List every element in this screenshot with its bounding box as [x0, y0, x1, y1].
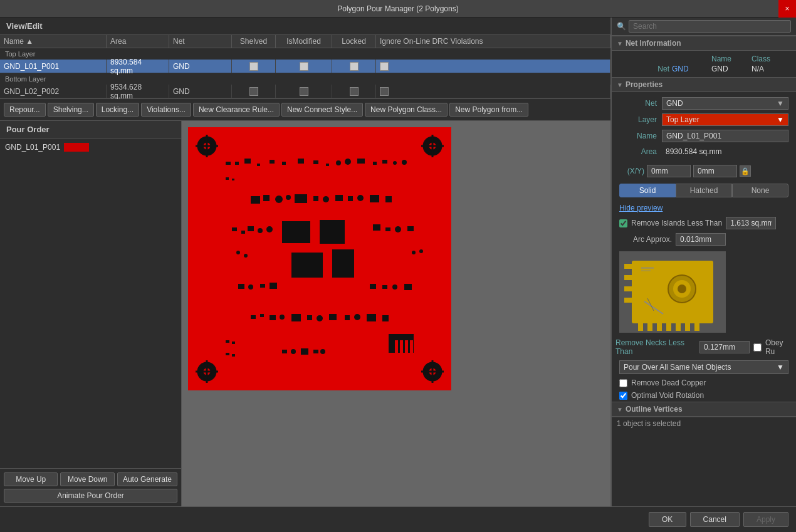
arc-approx-value[interactable]	[676, 233, 726, 246]
svg-rect-63	[270, 283, 277, 289]
remove-islands-label: Remove Islands Less Than	[631, 219, 722, 227]
close-icon: ×	[785, 4, 789, 13]
locking-button[interactable]: Locking...	[96, 103, 139, 117]
svg-rect-110	[624, 298, 632, 303]
svg-rect-96	[313, 350, 318, 353]
col-header-locked: Locked	[332, 35, 376, 48]
row-modified-1[interactable]	[276, 60, 332, 73]
cancel-button[interactable]: Cancel	[690, 512, 740, 527]
new-connect-style-button[interactable]: New Connect Style...	[281, 103, 363, 117]
xy-label: (X/Y)	[619, 167, 644, 175]
optimal-void-row: Optimal Void Rotation	[612, 389, 796, 402]
prop-name-value[interactable]: GND_L01_P001	[662, 130, 788, 142]
row-ignore-1[interactable]	[376, 60, 610, 73]
table-row[interactable]: GND_L01_P001 8930.584 sq.mm GND	[0, 60, 610, 73]
svg-rect-53	[248, 226, 254, 231]
pcb-svg	[188, 127, 451, 390]
svg-rect-46	[385, 196, 392, 202]
svg-point-61	[248, 284, 253, 289]
remove-necks-row: Remove Necks Less Than Obey Ru	[612, 336, 796, 358]
row-locked-1[interactable]	[332, 60, 376, 73]
x-input[interactable]	[647, 165, 691, 177]
svg-rect-34	[232, 179, 234, 180]
preview-svg	[619, 251, 726, 333]
row-locked-2[interactable]	[332, 85, 376, 98]
apply-button[interactable]: Apply	[743, 512, 788, 527]
remove-necks-label: Remove Necks Less Than	[615, 338, 696, 356]
hide-preview-link[interactable]: Hide preview	[612, 201, 796, 215]
prop-layer-value[interactable]: Top Layer ▼	[662, 113, 788, 126]
move-down-button[interactable]: Move Down	[60, 472, 114, 486]
svg-rect-35	[251, 196, 260, 204]
arc-approx-label: Arc Approx.	[633, 235, 672, 244]
col-header-area: Area	[107, 35, 169, 48]
window-title: Polygon Pour Manager (2 Polygons)	[337, 4, 458, 13]
props-arrow: ▼	[617, 81, 623, 88]
remove-dead-copper-checkbox[interactable]	[619, 379, 627, 387]
new-polygon-class-button[interactable]: New Polygon Class...	[365, 103, 448, 117]
svg-point-97	[320, 349, 325, 354]
row-shelved-1[interactable]	[232, 60, 276, 73]
search-box: 🔍	[612, 18, 796, 36]
close-button[interactable]: ×	[778, 0, 796, 18]
auto-generate-button[interactable]: Auto Generate	[117, 472, 177, 486]
svg-point-44	[357, 195, 364, 201]
svg-point-41	[323, 196, 329, 202]
new-polygon-from-button[interactable]: New Polygon from...	[449, 103, 528, 117]
svg-rect-65	[382, 285, 387, 289]
remove-islands-row: Remove Islands Less Than	[612, 215, 796, 231]
ok-button[interactable]: OK	[649, 512, 686, 527]
svg-rect-87	[405, 340, 408, 353]
remove-islands-checkbox[interactable]	[619, 219, 627, 227]
pour-over-dropdown[interactable]: Pour Over All Same Net Objects ▼	[619, 360, 788, 374]
list-item[interactable]: GND_L01_P001	[3, 141, 179, 154]
svg-point-54	[258, 228, 263, 233]
fill-tab-hatched[interactable]: Hatched	[676, 184, 732, 197]
net-info-grid: Name Class Net GND GND N/A	[612, 51, 796, 77]
svg-rect-21	[270, 160, 275, 164]
optimal-void-checkbox[interactable]	[619, 392, 627, 400]
remove-dead-copper-label: Remove Dead Copper	[631, 378, 706, 387]
remove-necks-value[interactable]	[699, 341, 750, 353]
dropdown-arrow-layer: ▼	[777, 115, 784, 124]
prop-net-value[interactable]: GND ▼	[662, 97, 788, 110]
net-info-name-value: GND	[711, 65, 749, 73]
net-info-net-value: GND	[672, 65, 709, 73]
svg-rect-18	[235, 162, 239, 165]
svg-rect-19	[244, 159, 251, 164]
table-row[interactable]: GND_L02_P002 9534.628 sq.mm GND	[0, 85, 610, 98]
row-net-1: GND	[169, 60, 232, 73]
new-clearance-rule-button[interactable]: New Clearance Rule...	[193, 103, 280, 117]
status-bar: 1 object is selected	[612, 417, 796, 430]
violations-button[interactable]: Violations...	[141, 103, 191, 117]
toolbar: Repour... Shelving... Locking... Violati…	[0, 99, 610, 121]
move-up-button[interactable]: Move Up	[4, 472, 58, 486]
svg-rect-102	[657, 323, 662, 331]
properties-label: Properties	[626, 80, 662, 89]
remove-islands-value[interactable]	[726, 217, 776, 229]
svg-rect-49	[291, 253, 323, 278]
fill-tab-solid[interactable]: Solid	[619, 184, 676, 197]
repour-button[interactable]: Repour...	[4, 103, 46, 117]
right-panel: 🔍 ▼ Net Information Name Class Net GND G…	[611, 18, 796, 506]
lock-icon[interactable]: 🔒	[740, 165, 751, 177]
svg-rect-45	[370, 195, 379, 202]
fill-tab-none[interactable]: None	[732, 184, 788, 197]
y-input[interactable]	[693, 165, 737, 177]
obey-rules-checkbox[interactable]	[753, 343, 762, 352]
animate-pour-order-button[interactable]: Animate Pour Order	[4, 489, 177, 503]
svg-rect-75	[329, 314, 337, 320]
svg-rect-52	[241, 231, 245, 234]
col-header-shelved: Shelved	[232, 35, 276, 48]
row-name-2: GND_L02_P002	[0, 85, 107, 98]
svg-rect-20	[257, 164, 260, 166]
svg-rect-60	[238, 284, 244, 289]
row-shelved-2[interactable]	[232, 85, 276, 98]
svg-rect-62	[260, 284, 265, 288]
shelving-button[interactable]: Shelving...	[48, 103, 94, 117]
svg-rect-73	[307, 315, 312, 320]
svg-rect-59	[407, 226, 414, 231]
row-modified-2[interactable]	[276, 85, 332, 98]
row-ignore-2[interactable]	[376, 85, 610, 98]
search-input[interactable]	[629, 20, 791, 33]
